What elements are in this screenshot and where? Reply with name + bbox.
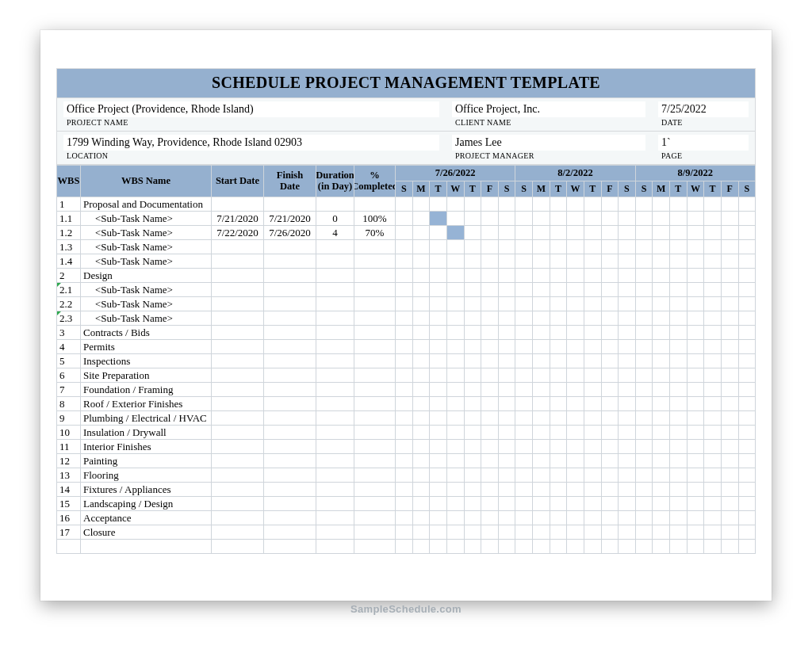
gantt-cell bbox=[499, 311, 516, 326]
gantt-cell bbox=[653, 340, 670, 354]
gantt-cell bbox=[396, 368, 413, 383]
gantt-cell bbox=[653, 440, 670, 454]
gantt-cell bbox=[447, 525, 465, 540]
gantt-cell bbox=[515, 297, 533, 311]
gantt-cell bbox=[584, 340, 602, 354]
gantt-cell bbox=[584, 269, 602, 283]
gantt-cell bbox=[602, 254, 619, 269]
gantt-cell bbox=[704, 440, 722, 454]
gantt-cell bbox=[413, 540, 431, 554]
gantt-cell bbox=[515, 254, 533, 269]
wbs-name-cell: Permits bbox=[81, 340, 212, 354]
table-row: 14Fixtures / Appliances bbox=[57, 483, 756, 497]
gantt-cell bbox=[447, 297, 465, 311]
gantt-cell bbox=[688, 326, 705, 340]
finish-date-cell bbox=[264, 454, 316, 468]
date-label: DATE bbox=[658, 117, 749, 129]
info-row-2: 1799 Winding Way, Providence, Rhode Isla… bbox=[56, 132, 756, 165]
gantt-cell bbox=[739, 454, 756, 468]
gantt-cell bbox=[619, 368, 636, 383]
day-header: M bbox=[653, 181, 670, 197]
gantt-cell bbox=[413, 240, 431, 254]
gantt-cell bbox=[722, 440, 739, 454]
finish-date-cell bbox=[264, 311, 316, 326]
day-header: T bbox=[670, 181, 688, 197]
gantt-cell bbox=[465, 454, 482, 468]
gantt-cell bbox=[396, 511, 413, 525]
gantt-cell bbox=[413, 254, 431, 269]
gantt-cell bbox=[653, 283, 670, 297]
gantt-cell bbox=[602, 497, 619, 511]
gantt-cell bbox=[465, 297, 482, 311]
gantt-cell bbox=[602, 226, 619, 240]
finish-date-cell bbox=[264, 540, 316, 554]
gantt-cell bbox=[688, 540, 705, 554]
gantt-cell bbox=[704, 226, 722, 240]
gantt-cell bbox=[481, 254, 499, 269]
wbs-name-cell: <Sub-Task Name> bbox=[81, 226, 212, 240]
gantt-cell bbox=[619, 426, 636, 440]
gantt-cell bbox=[584, 240, 602, 254]
gantt-cell bbox=[533, 525, 550, 540]
gantt-cell bbox=[584, 483, 602, 497]
client-name-value: Office Project, Inc. bbox=[452, 101, 645, 117]
gantt-cell bbox=[584, 297, 602, 311]
gantt-cell bbox=[533, 454, 550, 468]
wbs-name-cell: Interior Finishes bbox=[81, 440, 212, 454]
completed-cell bbox=[354, 254, 396, 269]
gantt-cell bbox=[739, 511, 756, 525]
gantt-cell bbox=[550, 354, 568, 368]
wbs-name-cell: <Sub-Task Name> bbox=[81, 212, 212, 226]
gantt-cell bbox=[499, 269, 516, 283]
gantt-cell bbox=[722, 212, 739, 226]
gantt-cell bbox=[481, 340, 499, 354]
page-title: SCHEDULE PROJECT MANAGEMENT TEMPLATE bbox=[56, 68, 756, 98]
gantt-cell bbox=[584, 525, 602, 540]
gantt-cell bbox=[447, 483, 465, 497]
gantt-cell bbox=[567, 212, 584, 226]
finish-date-cell: 7/21/2020 bbox=[264, 212, 316, 226]
gantt-cell bbox=[636, 497, 653, 511]
gantt-cell bbox=[704, 311, 722, 326]
wbs-name-cell: <Sub-Task Name> bbox=[81, 311, 212, 326]
completed-cell bbox=[354, 197, 396, 212]
gantt-cell bbox=[515, 212, 533, 226]
gantt-cell bbox=[465, 197, 482, 212]
gantt-cell bbox=[515, 283, 533, 297]
gantt-cell bbox=[499, 354, 516, 368]
gantt-cell bbox=[619, 311, 636, 326]
start-date-cell bbox=[212, 540, 264, 554]
gantt-cell bbox=[447, 240, 465, 254]
gantt-cell bbox=[465, 226, 482, 240]
duration-cell bbox=[316, 468, 354, 483]
header-row-1: WBSWBS NameStart DateFinish DateDuration… bbox=[57, 166, 756, 197]
watermark: SampleSchedule.com bbox=[40, 603, 772, 615]
gantt-cell bbox=[465, 254, 482, 269]
wbs-name-cell: Design bbox=[81, 269, 212, 283]
gantt-cell bbox=[550, 511, 568, 525]
gantt-cell bbox=[430, 426, 447, 440]
duration-cell bbox=[316, 269, 354, 283]
gantt-cell bbox=[447, 254, 465, 269]
gantt-cell bbox=[739, 368, 756, 383]
gantt-cell bbox=[670, 454, 688, 468]
gantt-cell bbox=[465, 497, 482, 511]
finish-date-cell bbox=[264, 368, 316, 383]
gantt-cell bbox=[533, 197, 550, 212]
gantt-cell bbox=[447, 511, 465, 525]
gantt-cell bbox=[481, 197, 499, 212]
gantt-cell bbox=[602, 340, 619, 354]
gantt-cell bbox=[396, 540, 413, 554]
gantt-cell bbox=[413, 411, 431, 426]
gantt-cell bbox=[567, 511, 584, 525]
gantt-cell bbox=[481, 354, 499, 368]
gantt-cell bbox=[688, 368, 705, 383]
start-date-cell bbox=[212, 240, 264, 254]
table-row: 12Painting bbox=[57, 454, 756, 468]
gantt-cell bbox=[670, 397, 688, 411]
duration-cell bbox=[316, 240, 354, 254]
gantt-cell bbox=[515, 383, 533, 397]
gantt-cell bbox=[636, 540, 653, 554]
table-row: 6Site Preparation bbox=[57, 368, 756, 383]
gantt-cell bbox=[619, 483, 636, 497]
